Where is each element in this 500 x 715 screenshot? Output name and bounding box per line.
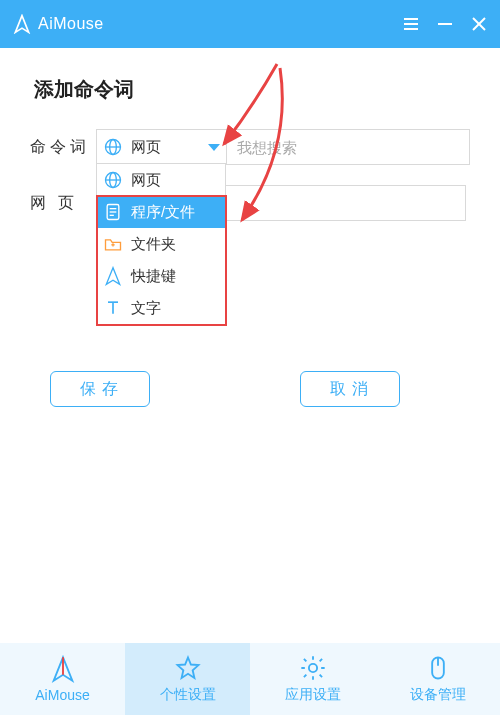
tab-device-management[interactable]: 设备管理 [375,643,500,715]
page-title: 添加命令词 [34,76,470,103]
app-name-label: AiMouse [38,15,104,33]
svg-point-20 [308,664,316,672]
file-icon [103,202,123,222]
minimize-button[interactable] [436,15,454,33]
type-select-value: 网页 [131,138,204,157]
app-logo: AiMouse [12,14,104,34]
dropdown-item-folder[interactable]: 文件夹 [97,228,225,260]
type-dropdown: 网页 程序/文件 文件夹 快捷键 文字 [96,163,226,325]
close-button[interactable] [470,15,488,33]
dropdown-item-web[interactable]: 网页 [97,164,225,196]
content-area: 添加命令词 命令词 网页 网 页 保存 取消 [0,48,500,407]
bottom-nav: AiMouse 个性设置 应用设置 设备管理 [0,643,500,715]
type-select[interactable]: 网页 [96,129,226,165]
shortcut-icon [103,266,123,286]
text-icon [103,298,123,318]
button-row: 保存 取消 [30,371,470,407]
folder-icon [103,234,123,254]
chevron-down-icon [208,144,220,151]
tab-label: 设备管理 [410,686,466,704]
tab-personal-settings[interactable]: 个性设置 [125,643,250,715]
dropdown-item-shortcut[interactable]: 快捷键 [97,260,225,292]
logo-icon [12,14,32,34]
gear-icon [299,654,327,682]
command-label: 命令词 [30,137,96,158]
tab-aimouse[interactable]: AiMouse [0,643,125,715]
save-button[interactable]: 保存 [50,371,150,407]
window-controls [402,15,488,33]
web-icon [103,170,123,190]
dropdown-item-program-file[interactable]: 程序/文件 [97,196,225,228]
web-label: 网 页 [30,193,96,214]
star-icon [174,654,202,682]
title-bar: AiMouse [0,0,500,48]
mouse-icon [424,654,452,682]
cancel-button[interactable]: 取消 [300,371,400,407]
tab-label: 个性设置 [160,686,216,704]
dropdown-item-text[interactable]: 文字 [97,292,225,324]
command-input[interactable] [226,129,470,165]
dropdown-item-label: 快捷键 [131,267,176,286]
menu-button[interactable] [402,15,420,33]
dropdown-item-label: 文件夹 [131,235,176,254]
tab-label: 应用设置 [285,686,341,704]
tab-label: AiMouse [35,687,89,703]
dropdown-item-label: 文字 [131,299,161,318]
logo-icon [49,655,77,683]
command-row: 命令词 网页 [30,129,470,165]
dropdown-item-label: 程序/文件 [131,203,195,222]
tab-app-settings[interactable]: 应用设置 [250,643,375,715]
web-icon [103,137,123,157]
dropdown-item-label: 网页 [131,171,161,190]
